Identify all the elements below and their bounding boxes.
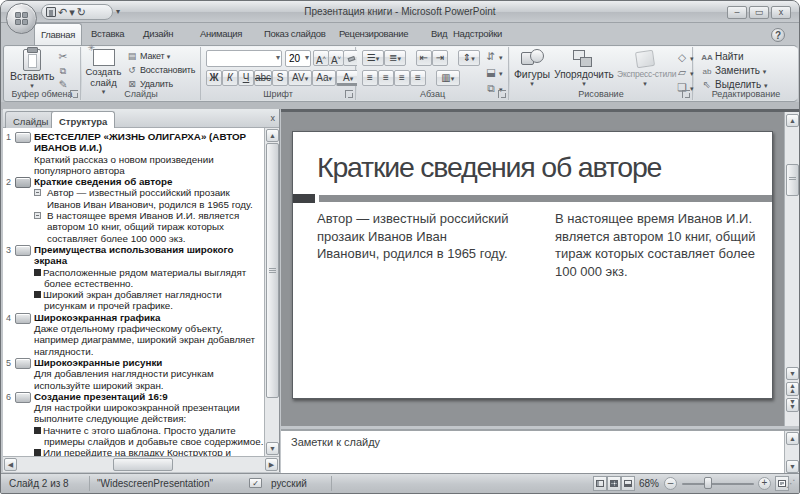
outline-body-text[interactable]: Или перейдите на вкладку Конструктор и [34,447,264,456]
outline-vscrollbar[interactable]: ▲ ▼ [264,128,279,456]
spellcheck-icon[interactable]: ✓ [249,478,262,488]
replace-button[interactable]: abЗаменить ▾ [701,65,766,76]
increase-indent-button[interactable]: ⇥ [432,50,448,66]
justify-button[interactable]: ≡ [410,70,426,86]
prev-slide-button[interactable]: ▲▲ [786,382,799,396]
slide-sorter-button[interactable] [607,476,621,491]
outline-item-4[interactable]: 4Широкоэкранная графикаДаже отдельному г… [3,312,264,357]
cut-button[interactable]: ✂ [57,50,71,62]
slide-thumbnail-icon[interactable] [15,245,31,256]
outline-scroll-up-icon[interactable]: ▲ [266,129,279,142]
outline-body-text[interactable]: Широкий экран добавляет наглядности рису… [34,289,264,312]
font-dialog-launcher[interactable] [345,90,353,98]
slide-thumbnail-icon[interactable] [15,358,31,369]
outline-item-3[interactable]: 3Преимущества использования широкого экр… [3,244,264,312]
font-name-combo[interactable] [206,50,282,67]
slide-scroll-down-icon[interactable]: ▼ [786,367,799,380]
slide-vscrollbar[interactable]: ▲ ▼ ▲▲ ▼▼ [784,112,799,426]
align-center-button[interactable]: ≡ [378,70,394,86]
office-button[interactable] [6,3,37,34]
status-zoom-level[interactable]: 68% [639,477,659,491]
outline-slide-title[interactable]: Широкоэкранная графика [34,312,264,323]
notes-placeholder[interactable]: Заметки к слайду [291,436,380,448]
outline-body-text[interactable]: Даже отдельному графическому объекту, на… [34,323,264,357]
outline-slide-title[interactable]: Широкоэкранные рисунки [34,357,264,368]
outline-hscrollbar[interactable]: ◀ ▶ [3,456,279,472]
slide-scroll-thumb[interactable] [786,164,799,196]
slide-thumbnail-icon[interactable] [15,177,31,188]
delete-button[interactable]: ⊠Удалить [126,79,173,89]
notes-scrollbar[interactable]: ▲ ▼ [784,431,799,474]
outline-hscroll-thumb[interactable] [113,458,173,471]
ribbon-tab-1[interactable]: Вставка [85,23,130,45]
arrange-button[interactable]: Упорядочить▾ [552,49,616,88]
paste-button[interactable]: Вставить▾ [10,49,54,90]
normal-view-button[interactable] [593,476,607,491]
align-left-button[interactable]: ≡ [362,70,378,86]
slide-canvas[interactable]: Краткие сведения об авторе Автор — извес… [292,131,773,399]
shapes-button[interactable]: Фигуры▾ [512,49,552,88]
slide-scroll-up-icon[interactable]: ▲ [786,114,799,127]
slide-text-right[interactable]: В настоящее время Иванов И.И. является а… [555,210,770,280]
outline-body-text[interactable]: Расположенные рядом материалы выглядят б… [34,267,264,290]
next-slide-button[interactable]: ▼▼ [786,398,799,412]
numbering-button[interactable]: ≣▾ [384,50,406,66]
ribbon-tab-2[interactable]: Дизайн [137,23,179,45]
shape-outline-button[interactable]: ▱▾ [676,66,694,78]
zoom-slider-track[interactable] [682,483,754,485]
outline-body-text[interactable]: Автор — известный российский прозаик Ива… [34,187,264,210]
line-spacing-button[interactable]: ⇕▾ [458,50,480,66]
outline-item-1[interactable]: 1БЕСТСЕЛЛЕР «ЖИЗНЬ ОЛИГАРХА» (АВТОР ИВАН… [3,131,264,176]
ribbon-tab-4[interactable]: Показ слайдов [258,23,332,45]
outline-slide-title[interactable]: БЕСТСЕЛЛЕР «ЖИЗНЬ ОЛИГАРХА» (АВТОР ИВАНО… [34,131,264,154]
shrink-font-button[interactable]: А˅ [328,50,344,66]
drawing-dialog-launcher[interactable] [682,90,690,98]
notes-pane[interactable]: Заметки к слайду ▲ ▼ [281,429,799,474]
outline-scroll-left-icon[interactable]: ◀ [4,458,17,471]
outline-body-text[interactable]: Краткий рассказ о новом произведении поп… [34,154,264,177]
outline-item-5[interactable]: 5Широкоэкранные рисункиДля добавления на… [3,357,264,391]
slide-text-left[interactable]: Автор — известный российский прозаик Ива… [317,210,510,263]
minimize-button[interactable]: – [727,6,747,19]
outline-slide-title[interactable]: Создание презентаций 16:9 [34,391,264,402]
bullets-button[interactable]: ☰▾ [362,50,384,66]
font-size-combo[interactable]: 20 [285,50,311,67]
outline-slide-title[interactable]: Краткие сведения об авторе [34,176,264,187]
slideshow-button[interactable] [621,476,635,491]
underline-button[interactable]: Ч [238,70,254,86]
close-button[interactable]: x [771,6,791,19]
notes-scroll-down-icon[interactable]: ▼ [786,460,799,473]
outline-body-text[interactable]: В настоящее время Иванов И.И. является а… [34,210,264,244]
panel-close-icon[interactable]: x [271,113,276,123]
italic-button[interactable]: К [222,70,238,86]
slide-thumbnail-icon[interactable] [15,392,31,403]
char-spacing-button[interactable]: AV▾ [288,70,312,86]
tab-outline[interactable]: Структура [51,111,115,128]
ribbon-tab-0[interactable]: Главная [34,23,82,45]
notes-scroll-up-icon[interactable]: ▲ [786,432,799,445]
shadow-button[interactable]: S [272,70,288,86]
outline-slide-title[interactable]: Преимущества использования широкого экра… [34,244,264,267]
slide-thumbnail-icon[interactable] [15,132,31,143]
strikethrough-button[interactable]: abc [254,70,272,86]
ribbon-tab-5[interactable]: Рецензирование [333,23,414,45]
reset-button[interactable]: ↺Восстановить [126,65,195,75]
paragraph-dialog-launcher[interactable] [498,90,506,98]
resize-grip[interactable]: ⋰ [786,477,796,491]
outline-scroll-thumb[interactable] [266,143,279,398]
outline-body-text[interactable]: Для настройки широкоэкранной презентации… [34,402,264,425]
quick-styles-button[interactable]: Экспресс-стили▾ [617,49,673,88]
align-text-button[interactable]: ⬓▾ [485,66,503,78]
outline-scroll-right-icon[interactable]: ▶ [265,458,278,471]
outline-body-text[interactable]: Для добавления наглядности рисункам испо… [34,368,264,391]
outline-item-2[interactable]: 2Краткие сведения об автореАвтор — извес… [3,176,264,244]
decrease-indent-button[interactable]: ⇤ [416,50,432,66]
shape-fill-button[interactable]: ◇▾ [676,51,694,63]
align-right-button[interactable]: ≡ [394,70,410,86]
copy-button[interactable]: ⧉ [57,64,71,77]
layout-button[interactable]: ▤Макет ▾ [126,51,170,61]
slide-title[interactable]: Краткие сведения об авторе [317,151,661,184]
outline-content[interactable]: 1БЕСТСЕЛЛЕР «ЖИЗНЬ ОЛИГАРХА» (АВТОР ИВАН… [3,128,264,456]
find-button[interactable]: ААНайти [701,51,744,62]
outline-body-text[interactable]: Начните с этого шаблона. Просто удалите … [34,425,264,448]
